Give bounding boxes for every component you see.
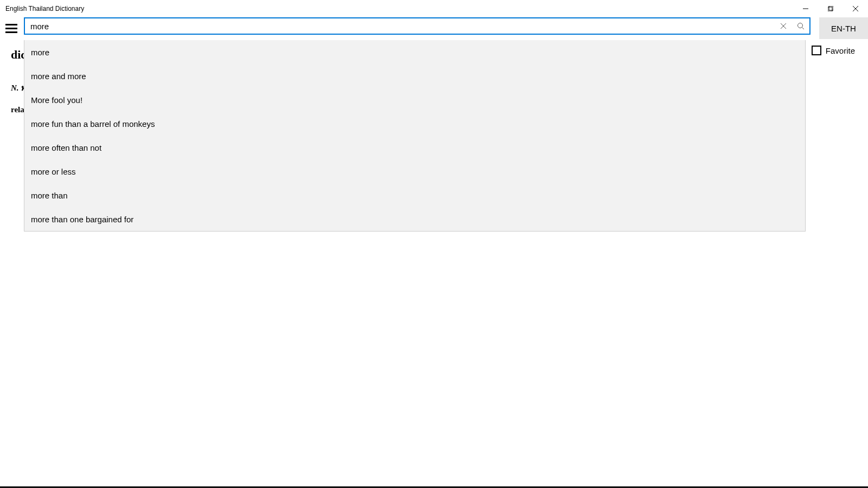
minimize-button[interactable] [793,0,818,17]
svg-line-8 [802,28,805,30]
window-controls [793,0,868,17]
search-container [24,17,810,39]
part-of-speech: N. [11,84,19,92]
suggestion-item[interactable]: more [24,40,805,64]
toolbar: EN-TH [0,17,868,39]
favorite-toggle[interactable]: Favorite [812,46,855,55]
suggestion-item[interactable]: more than [24,183,805,207]
maximize-button[interactable] [818,0,843,17]
suggestion-item[interactable]: more and more [24,64,805,88]
language-toggle-button[interactable]: EN-TH [819,17,868,39]
suggestion-item[interactable]: more or less [24,159,805,183]
clear-icon[interactable] [776,17,791,35]
favorite-label: Favorite [826,46,855,55]
suggestion-item[interactable]: More fool you! [24,88,805,112]
search-input[interactable] [24,17,810,35]
window-title: English Thailand Dictionary [5,5,84,12]
checkbox-icon [812,46,821,55]
titlebar: English Thailand Dictionary [0,0,868,17]
menu-icon[interactable] [3,17,20,39]
search-icon[interactable] [793,17,808,35]
svg-rect-2 [829,6,833,10]
svg-rect-1 [828,7,832,11]
suggestion-item[interactable]: more often than not [24,136,805,159]
svg-point-7 [798,23,803,28]
language-toggle-label: EN-TH [831,24,856,33]
close-button[interactable] [843,0,868,17]
suggestion-item[interactable]: more fun than a barrel of monkeys [24,112,805,136]
suggestion-item[interactable]: more than one bargained for [24,207,805,231]
suggestions-dropdown: more more and more More fool you! more f… [24,40,806,232]
